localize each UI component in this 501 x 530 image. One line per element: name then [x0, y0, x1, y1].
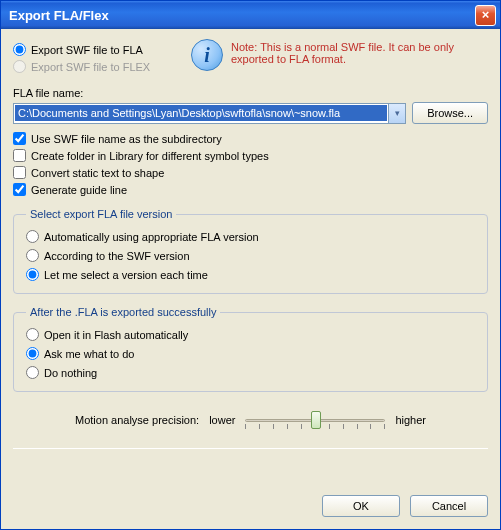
checkbox-input[interactable] [13, 149, 26, 162]
guide-line-checkbox[interactable]: Generate guide line [13, 183, 488, 196]
radio-label: Open it in Flash automatically [44, 329, 188, 341]
checkbox-label: Use SWF file name as the subdirectory [31, 133, 222, 145]
dialog-window: Export FLA/Flex × Export SWF file to FLA… [0, 0, 501, 530]
radio-input[interactable] [26, 268, 39, 281]
divider [13, 448, 488, 449]
close-icon[interactable]: × [475, 5, 496, 26]
convert-text-checkbox[interactable]: Convert static text to shape [13, 166, 488, 179]
note-text: Note: This is a normal SWF file. It can … [231, 39, 488, 65]
cancel-button[interactable]: Cancel [410, 495, 488, 517]
slider-label: Motion analyse precision: [75, 414, 199, 426]
file-name-field: FLA file name: C:\Documents and Settings… [13, 87, 488, 124]
radio-label: Ask me what to do [44, 348, 135, 360]
export-to-fla-radio[interactable]: Export SWF file to FLA [13, 43, 183, 56]
slider-high-label: higher [395, 414, 426, 426]
slider-low-label: lower [209, 414, 235, 426]
radio-label: Let me select a version each time [44, 269, 208, 281]
options-group: Use SWF file name as the subdirectory Cr… [13, 132, 488, 196]
checkbox-label: Convert static text to shape [31, 167, 164, 179]
use-subdir-checkbox[interactable]: Use SWF file name as the subdirectory [13, 132, 488, 145]
version-legend: Select export FLA file version [26, 208, 176, 220]
after-nothing-radio[interactable]: Do nothing [26, 366, 475, 379]
export-mode-group: Export SWF file to FLA Export SWF file t… [13, 39, 183, 73]
radio-input[interactable] [26, 347, 39, 360]
create-folder-checkbox[interactable]: Create folder in Library for different s… [13, 149, 488, 162]
radio-label: Export SWF file to FLEX [31, 61, 150, 73]
version-auto-radio[interactable]: Automatically using appropriate FLA vers… [26, 230, 475, 243]
after-export-fieldset: After the .FLA is exported successfully … [13, 306, 488, 392]
export-to-flex-radio: Export SWF file to FLEX [13, 60, 183, 73]
radio-label: Automatically using appropriate FLA vers… [44, 231, 259, 243]
radio-label: Do nothing [44, 367, 97, 379]
precision-slider[interactable] [245, 410, 385, 430]
radio-label: Export SWF file to FLA [31, 44, 143, 56]
info-icon: i [191, 39, 223, 71]
dialog-footer: OK Cancel [1, 485, 500, 529]
after-ask-radio[interactable]: Ask me what to do [26, 347, 475, 360]
version-fieldset: Select export FLA file version Automatic… [13, 208, 488, 294]
file-path-value: C:\Documents and Settings\Lyan\Desktop\s… [15, 105, 387, 121]
radio-input[interactable] [13, 43, 26, 56]
titlebar: Export FLA/Flex × [1, 1, 500, 29]
radio-input[interactable] [26, 366, 39, 379]
ok-button[interactable]: OK [322, 495, 400, 517]
checkbox-label: Create folder in Library for different s… [31, 150, 269, 162]
version-swf-radio[interactable]: According to the SWF version [26, 249, 475, 262]
radio-input[interactable] [26, 328, 39, 341]
file-path-combo[interactable]: C:\Documents and Settings\Lyan\Desktop\s… [13, 103, 406, 124]
dialog-content: Export SWF file to FLA Export SWF file t… [1, 29, 500, 485]
checkbox-input[interactable] [13, 166, 26, 179]
window-title: Export FLA/Flex [9, 8, 475, 23]
checkbox-input[interactable] [13, 183, 26, 196]
radio-label: According to the SWF version [44, 250, 190, 262]
version-ask-radio[interactable]: Let me select a version each time [26, 268, 475, 281]
slider-thumb[interactable] [311, 411, 321, 429]
top-row: Export SWF file to FLA Export SWF file t… [13, 39, 488, 73]
after-open-radio[interactable]: Open it in Flash automatically [26, 328, 475, 341]
radio-input[interactable] [26, 249, 39, 262]
chevron-down-icon[interactable]: ▾ [388, 104, 405, 123]
browse-button[interactable]: Browse... [412, 102, 488, 124]
radio-input[interactable] [26, 230, 39, 243]
file-name-label: FLA file name: [13, 87, 488, 99]
checkbox-input[interactable] [13, 132, 26, 145]
checkbox-label: Generate guide line [31, 184, 127, 196]
precision-slider-row: Motion analyse precision: lower higher [13, 410, 488, 430]
radio-input [13, 60, 26, 73]
after-legend: After the .FLA is exported successfully [26, 306, 220, 318]
